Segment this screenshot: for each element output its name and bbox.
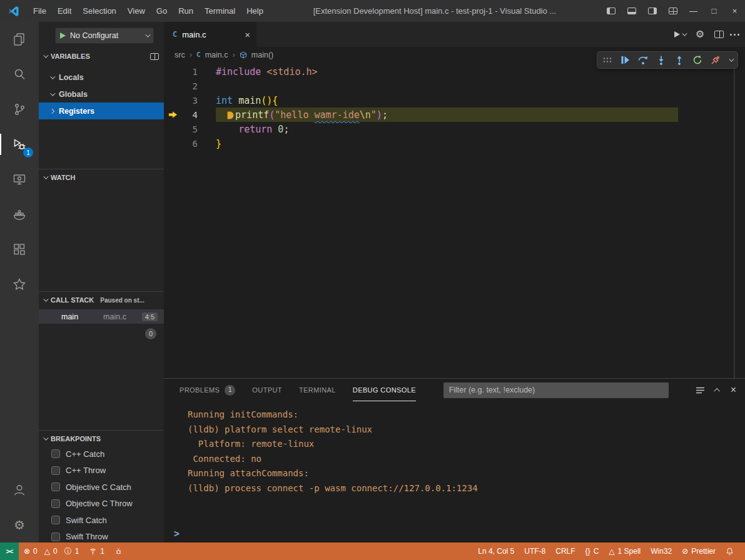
- spell-status[interactable]: △ 1 Spell: [604, 547, 646, 556]
- formatter-status[interactable]: ⊘ Prettier: [677, 547, 721, 556]
- breakpoint-row[interactable]: Objective C Throw: [39, 496, 164, 512]
- variable-scope-row[interactable]: Globals: [39, 86, 164, 102]
- code-editor[interactable]: 1 #include <stdio.h> 2: [164, 64, 745, 378]
- tab-output[interactable]: OUTPUT: [252, 379, 282, 401]
- remote-indicator[interactable]: ><: [0, 542, 19, 560]
- remote-explorer-icon[interactable]: [0, 162, 39, 197]
- toggle-secondary-sidebar-icon[interactable]: [642, 0, 662, 22]
- code-line[interactable]: 2: [164, 79, 745, 93]
- menu-item[interactable]: Terminal: [199, 0, 241, 22]
- breakpoint-row[interactable]: Swift Throw: [39, 529, 164, 543]
- notifications-status[interactable]: [721, 547, 739, 556]
- breakpoint-row[interactable]: C++ Throw: [39, 462, 164, 479]
- watch-header[interactable]: WATCH: [39, 169, 164, 184]
- diagnostics-status[interactable]: ⊗ 0 △ 0 ⓘ 1: [19, 542, 84, 560]
- breakpoint-checkbox[interactable]: [51, 532, 60, 541]
- menu-item[interactable]: Go: [151, 0, 173, 22]
- panes-icon[interactable]: [150, 53, 159, 60]
- tab-main-c[interactable]: C main.c ×: [164, 22, 256, 47]
- code-line[interactable]: 4 printf("hello wamr-ide\n");: [164, 108, 745, 122]
- call-stack-header[interactable]: CALL STACK Paused on st...: [39, 292, 164, 307]
- breakpoint-row[interactable]: Objective C Catch: [39, 479, 164, 496]
- inline-breakpoint-icon[interactable]: [227, 111, 234, 119]
- breakpoints-header[interactable]: BREAKPOINTS: [39, 431, 164, 446]
- language-status[interactable]: {} C: [580, 547, 604, 556]
- run-and-debug-icon[interactable]: 1: [0, 127, 39, 162]
- toggle-panel-icon[interactable]: [621, 0, 642, 22]
- menu-lines-icon[interactable]: [696, 386, 705, 394]
- extensions-icon[interactable]: [0, 232, 39, 267]
- menu-item[interactable]: Help: [241, 0, 269, 22]
- toolbar-drag-handle[interactable]: [602, 56, 612, 64]
- disconnect-icon[interactable]: [711, 55, 721, 65]
- docker-icon[interactable]: [0, 197, 39, 232]
- split-editor-icon[interactable]: [714, 31, 724, 38]
- toggle-primary-sidebar-icon[interactable]: [601, 0, 621, 22]
- minimize-button[interactable]: —: [683, 0, 704, 22]
- run-file-button[interactable]: [674, 31, 686, 38]
- ports-status[interactable]: 1: [84, 542, 109, 560]
- continue-icon[interactable]: [621, 56, 630, 64]
- tab-close-icon[interactable]: ×: [245, 29, 250, 40]
- close-panel-icon[interactable]: ×: [731, 385, 736, 395]
- maximize-panel-icon[interactable]: [714, 388, 720, 394]
- variables-header[interactable]: VARIABLES: [39, 48, 164, 63]
- editor-scrollbar[interactable]: [734, 64, 735, 378]
- debug-badge: 1: [23, 148, 33, 158]
- breakpoint-checkbox[interactable]: [51, 499, 60, 508]
- breakpoint-checkbox[interactable]: [51, 516, 60, 524]
- code-token: \n: [360, 109, 371, 121]
- menu-item[interactable]: File: [28, 0, 52, 22]
- restart-icon[interactable]: [692, 55, 702, 65]
- stack-frame-row[interactable]: main main.c 4:5: [39, 309, 164, 324]
- scope-label: Locals: [59, 73, 84, 82]
- tab-debug-console[interactable]: DEBUG CONSOLE: [353, 379, 416, 401]
- tab-problems[interactable]: PROBLEMS 1: [180, 379, 235, 401]
- breakpoint-checkbox[interactable]: [51, 482, 60, 491]
- debug-config-dropdown[interactable]: No Configurat: [55, 28, 154, 44]
- variable-scope-row-registers[interactable]: Registers: [39, 102, 164, 119]
- more-actions-icon[interactable]: [734, 34, 736, 36]
- start-debug-icon[interactable]: [60, 32, 66, 39]
- settings-gear-icon[interactable]: ⚙: [0, 508, 39, 542]
- star-icon[interactable]: [0, 267, 39, 302]
- maximize-button[interactable]: □: [704, 0, 724, 22]
- chevron-down-icon[interactable]: [729, 56, 734, 61]
- breakpoint-checkbox[interactable]: [51, 449, 60, 458]
- search-icon[interactable]: [0, 57, 39, 92]
- step-over-icon[interactable]: [638, 56, 648, 65]
- menu-item[interactable]: Selection: [77, 0, 121, 22]
- tab-terminal[interactable]: TERMINAL: [299, 379, 336, 401]
- breakpoint-gutter[interactable]: [164, 111, 181, 118]
- explorer-icon[interactable]: [0, 22, 39, 57]
- customize-layout-icon[interactable]: [662, 0, 683, 22]
- encoding-status[interactable]: UTF-8: [519, 547, 550, 556]
- eol-status[interactable]: CRLF: [550, 547, 580, 556]
- menu-item[interactable]: Run: [173, 0, 199, 22]
- debug-status[interactable]: [109, 542, 128, 560]
- console-input-prompt[interactable]: >: [174, 528, 180, 539]
- breadcrumb-file[interactable]: main.c: [205, 51, 228, 59]
- accounts-icon[interactable]: [0, 472, 39, 508]
- menu-item[interactable]: Edit: [52, 0, 77, 22]
- code-line[interactable]: 5 return 0;: [164, 122, 745, 136]
- code-token: ): [377, 109, 382, 121]
- source-control-icon[interactable]: [0, 92, 39, 127]
- breakpoint-checkbox[interactable]: [51, 466, 60, 475]
- console-filter-input[interactable]: [443, 382, 669, 398]
- platform-status[interactable]: Win32: [646, 547, 677, 556]
- code-line[interactable]: 3 int main(){: [164, 93, 745, 108]
- breadcrumb-folder[interactable]: src: [175, 51, 185, 59]
- step-into-icon[interactable]: [656, 56, 666, 65]
- menu-item[interactable]: View: [122, 0, 151, 22]
- configure-gear-icon[interactable]: ⚙: [696, 29, 704, 39]
- code-line[interactable]: 6 }: [164, 136, 745, 151]
- breakpoint-row[interactable]: C++ Catch: [39, 446, 164, 462]
- cursor-position[interactable]: Ln 4, Col 5: [473, 547, 519, 556]
- breakpoint-row[interactable]: Swift Catch: [39, 512, 164, 529]
- breadcrumb-symbol[interactable]: main(): [251, 51, 273, 59]
- variable-scope-row[interactable]: Locals: [39, 69, 164, 86]
- bottom-panel: PROBLEMS 1 OUTPUT TERMINAL DEBUG CONSOLE…: [164, 378, 745, 542]
- step-out-icon[interactable]: [674, 56, 684, 65]
- close-button[interactable]: ×: [724, 0, 745, 22]
